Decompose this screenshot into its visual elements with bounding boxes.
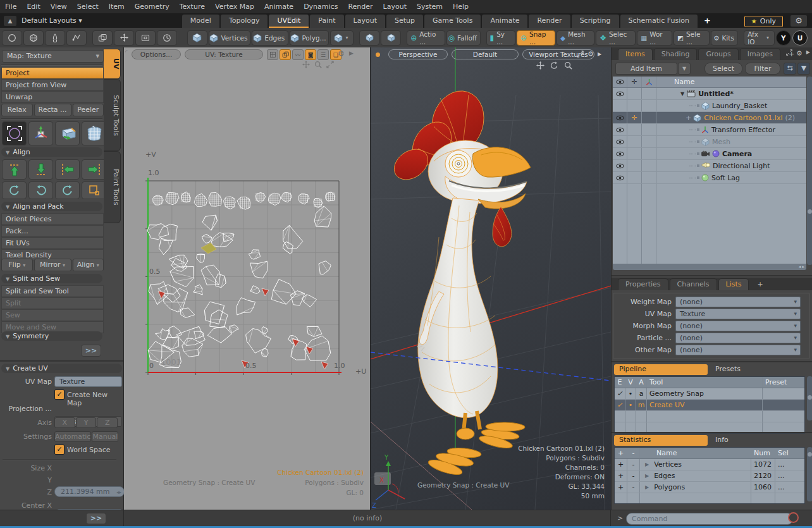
uv-map-dropdown[interactable]: Texture <box>675 309 801 319</box>
statistics-row-polygons[interactable]: + - ▶Polygons 1060 ... <box>615 482 804 493</box>
select-sphere-tool[interactable] <box>23 30 44 46</box>
v3d-zoom-icon[interactable] <box>564 61 572 70</box>
move-icon-button[interactable] <box>114 30 134 46</box>
unreal-logo-icon[interactable]: U <box>792 30 808 46</box>
particle-dropdown[interactable]: (none) <box>675 333 801 343</box>
rotate-cw-button[interactable] <box>28 181 53 199</box>
world-space-checkbox[interactable]: ✓ <box>54 445 65 455</box>
menu-geometry[interactable]: Geometry <box>130 3 175 11</box>
tab-pipeline[interactable]: Pipeline <box>614 364 708 375</box>
select-lasso-tool[interactable] <box>66 30 87 46</box>
uv-distortion-toggle-icon[interactable]: 〰 <box>292 49 304 60</box>
menu-animate[interactable]: Animate <box>259 3 298 11</box>
layout-gear-icon[interactable]: ⚙ <box>790 15 807 27</box>
item-tree-hscrollbar[interactable]: ◂ ▸ <box>613 264 806 270</box>
eye-icon[interactable] <box>613 172 627 183</box>
eye-icon[interactable] <box>613 124 627 135</box>
item-row-scene[interactable]: ▼ Untitled* <box>613 88 806 100</box>
tab-shading[interactable]: Shading <box>654 48 698 60</box>
v3d-gear-icon[interactable]: ⚙ <box>587 51 594 58</box>
symmetry-section-header[interactable]: ▼Symmetry <box>1 331 102 341</box>
rotate-flip-button[interactable] <box>55 181 80 199</box>
items-maximize-icon[interactable] <box>786 49 792 56</box>
add-props-tab[interactable]: + <box>750 279 770 290</box>
eye-icon[interactable] <box>613 148 627 159</box>
tab-paint[interactable]: Paint <box>310 15 343 28</box>
eye-icon[interactable] <box>613 136 627 147</box>
add-item-dropdown-arrow[interactable]: ▼ <box>678 63 691 75</box>
other-map-dropdown[interactable]: (none) <box>675 345 801 355</box>
uv-selection-tool-icon[interactable] <box>2 121 27 145</box>
align-dropdown[interactable]: Align ▾ <box>73 259 104 271</box>
tab-presets[interactable]: Presets <box>708 364 748 375</box>
align-down-button[interactable] <box>28 159 53 180</box>
transform-plus-icon[interactable]: ✛ <box>627 112 642 123</box>
relax-button[interactable]: Relax <box>1 104 33 116</box>
peeler-button[interactable]: Peeler <box>73 104 104 116</box>
split-sew-section-header[interactable]: ▼Split and Sew <box>1 274 102 283</box>
align-section-header[interactable]: ▼Align <box>1 147 102 157</box>
align-right-button[interactable] <box>82 159 106 180</box>
v3d-pan-icon[interactable] <box>536 61 544 70</box>
menu-item[interactable]: Item <box>104 3 130 11</box>
map-selector-dropdown[interactable]: Map: Texture <box>2 50 104 63</box>
statistics-row-edges[interactable]: + - ▶Edges 2120 ... <box>615 470 804 482</box>
tab-scripting[interactable]: Scripting <box>572 15 619 28</box>
fit-uvs-command[interactable]: Fit UVs <box>1 237 104 249</box>
falloff-button[interactable]: ◎Falloff <box>446 30 481 46</box>
rectangle-button[interactable]: Recta ... <box>34 104 71 116</box>
pipeline-vscrollbar[interactable] <box>807 376 812 421</box>
uv-stack-toggle-icon[interactable]: ☰ <box>317 49 329 60</box>
uv-overlap-toggle-icon[interactable]: ◙ <box>305 49 316 60</box>
uv-grid[interactable]: 1001 <box>143 174 352 383</box>
menu-edit[interactable]: Edit <box>22 3 45 11</box>
weight-map-dropdown[interactable]: (none) <box>675 297 801 307</box>
statistics-vscrollbar[interactable] <box>807 447 812 501</box>
align-left-button[interactable] <box>55 159 80 180</box>
tab-layout[interactable]: Layout <box>345 15 385 28</box>
tab-game-tools[interactable]: Game Tools <box>424 15 481 28</box>
uv-options-button[interactable]: Options... <box>132 49 181 59</box>
tab-schematic-fusion[interactable]: Schematic Fusion <box>620 15 698 28</box>
tab-animate[interactable]: Animate <box>482 15 527 28</box>
item-row-laundry-basket[interactable]: Laundry_Basket <box>613 100 806 112</box>
edges-mode-button[interactable]: Edges <box>252 30 288 46</box>
uv-viewport-gear-icon[interactable]: ⚙ <box>338 49 345 58</box>
side-tab-sculpt-tools[interactable]: Sculpt Tools <box>104 79 121 151</box>
menu-dynamics[interactable]: Dynamics <box>298 3 343 11</box>
unwrap-command[interactable]: Unwrap <box>1 91 104 103</box>
tab-info[interactable]: Info <box>708 435 736 446</box>
projection-tool-icon[interactable] <box>55 121 80 145</box>
unwrap-tool-icon[interactable] <box>82 121 106 145</box>
item-tree-vscrollbar[interactable] <box>807 77 812 265</box>
symmetry-button[interactable]: ▮Sy ... <box>486 30 515 46</box>
center-mode-button[interactable] <box>359 30 379 46</box>
select-ellipse-tool[interactable] <box>2 30 22 46</box>
menu-select[interactable]: Select <box>72 3 104 11</box>
split-sew-tool-command[interactable]: Split and Sew Tool <box>1 285 104 297</box>
tab-setup[interactable]: Setup <box>386 15 423 28</box>
project-from-view-command[interactable]: Project from View <box>1 79 104 91</box>
items-mode-button[interactable]: ▾ <box>330 30 354 46</box>
menu-texture[interactable]: Texture <box>175 3 210 11</box>
action-center-button[interactable]: ⊕Actio ... <box>407 30 445 46</box>
tab-properties[interactable]: Properties <box>618 278 668 290</box>
filter-funnel-icon[interactable]: ▼ <box>797 63 810 75</box>
pipeline-row-create-uv[interactable]: ✓ • m Create UV <box>615 400 804 411</box>
command-input[interactable] <box>626 513 793 525</box>
project-command[interactable]: Project <box>1 67 104 79</box>
side-tab-uv[interactable]: UV <box>104 49 121 79</box>
add-item-button[interactable]: Add Item <box>615 63 677 75</box>
eye-icon[interactable] <box>613 112 627 123</box>
item-row-chicken-cartoon[interactable]: ✛ + Chicken Cartoon 01.lxl(2) <box>613 112 806 124</box>
item-row-soft-lag[interactable]: Soft Lag <box>613 172 806 184</box>
layout-switcher[interactable]: Default Layouts ▾ <box>22 16 82 25</box>
stat-minus[interactable]: - <box>627 470 640 481</box>
tab-images[interactable]: Images <box>740 48 780 60</box>
kits-button[interactable]: ⚙Kits <box>711 30 738 46</box>
menu-render[interactable]: Render <box>343 3 378 11</box>
menu-vertex-map[interactable]: Vertex Map <box>210 3 259 11</box>
tab-topology[interactable]: Topology <box>221 15 268 28</box>
snap-button[interactable]: ⊕Snap ... <box>517 30 555 46</box>
item-row-transform-effector[interactable]: Transform Effector <box>613 124 806 136</box>
